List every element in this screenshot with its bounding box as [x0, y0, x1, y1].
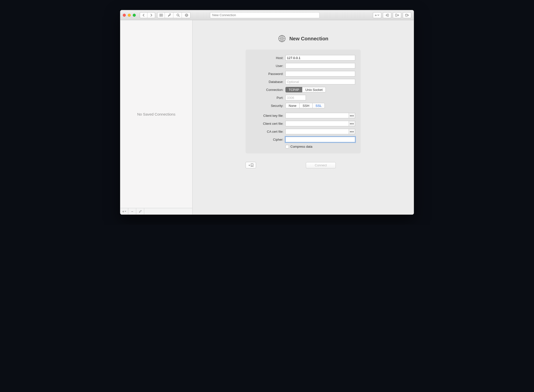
back-button[interactable]: [140, 12, 147, 18]
close-window-button[interactable]: [123, 14, 126, 17]
compress-label: Compress data: [290, 145, 312, 148]
password-input[interactable]: [285, 71, 355, 76]
form-actions: + Connect: [246, 162, 361, 168]
wrench-icon[interactable]: [166, 12, 173, 18]
export-icon: [395, 13, 399, 17]
client-cert-input[interactable]: [285, 121, 349, 126]
sidebar-edit-button[interactable]: [136, 208, 144, 214]
page-title: New Connection: [289, 36, 329, 42]
client-key-browse-button[interactable]: •••: [349, 113, 355, 118]
main-panel: New Connection Host: User: Password: Dat…: [193, 20, 414, 214]
connection-tcpip-option[interactable]: TCP/IP: [285, 87, 302, 92]
security-ssh-option[interactable]: SSH: [299, 103, 313, 108]
search-placeholder-text: New Connection: [212, 13, 236, 17]
grid-icon[interactable]: [157, 12, 165, 18]
sidebar-footer: + −: [120, 208, 192, 214]
host-input[interactable]: [285, 55, 355, 61]
user-label: User:: [251, 64, 285, 68]
add-menu-button[interactable]: +: [373, 12, 381, 18]
chevron-down-icon: [377, 14, 379, 16]
chevron-down-icon: [125, 211, 126, 212]
connection-type-segment: TCP/IP Unix Socket: [285, 87, 326, 92]
sidebar-remove-button[interactable]: −: [128, 208, 136, 214]
globe-icon[interactable]: [183, 12, 190, 18]
security-segment: None SSH SSL: [285, 103, 325, 108]
client-cert-browse-button[interactable]: •••: [349, 121, 355, 126]
title-search-field[interactable]: New Connection: [210, 12, 320, 18]
ca-cert-label: CA cert file:: [251, 130, 285, 133]
content-area: No Saved Connections + − New Con: [120, 20, 414, 214]
forward-button[interactable]: [147, 12, 155, 18]
titlebar: New Connection +: [120, 10, 414, 20]
sidebar-empty-label: No Saved Connections: [120, 20, 192, 208]
import-icon: [385, 13, 389, 17]
ca-cert-input[interactable]: [285, 129, 349, 134]
export-button[interactable]: [393, 12, 401, 18]
database-export-button[interactable]: [403, 12, 411, 18]
port-label: Port:: [251, 96, 285, 100]
svg-point-5: [405, 14, 407, 15]
import-button[interactable]: [383, 12, 391, 18]
client-key-input[interactable]: [285, 113, 349, 118]
connection-type-label: Connection:: [251, 88, 285, 92]
pencil-icon: [139, 210, 142, 213]
user-input[interactable]: [285, 63, 355, 68]
view-mode-segment: [157, 12, 191, 18]
right-toolbar: +: [373, 12, 411, 18]
minimize-window-button[interactable]: [128, 14, 131, 17]
cipher-label: Cipher:: [251, 138, 285, 141]
window-controls: [123, 14, 136, 17]
connections-sidebar: No Saved Connections + −: [120, 20, 193, 214]
app-window: New Connection + No Saved Connections: [120, 10, 414, 215]
host-label: Host:: [251, 56, 285, 60]
database-input[interactable]: [285, 79, 355, 84]
network-globe-icon: [278, 35, 286, 43]
client-key-label: Client key file:: [251, 114, 285, 118]
client-cert-label: Client cert file:: [251, 122, 285, 126]
security-none-option[interactable]: None: [285, 103, 300, 108]
ca-cert-browse-button[interactable]: •••: [349, 129, 355, 134]
compress-checkbox[interactable]: [285, 145, 289, 148]
zoom-window-button[interactable]: [133, 14, 136, 17]
save-bookmark-button[interactable]: +: [246, 162, 256, 168]
svg-point-1: [177, 14, 179, 16]
security-label: Security:: [251, 104, 285, 108]
security-ssl-option[interactable]: SSL: [312, 103, 325, 108]
history-nav: [140, 12, 155, 18]
password-label: Password:: [251, 72, 285, 76]
search-icon[interactable]: [174, 12, 182, 18]
connection-unix-option[interactable]: Unix Socket: [302, 87, 326, 92]
port-input[interactable]: [285, 95, 306, 100]
sidebar-add-button[interactable]: +: [120, 208, 128, 214]
cipher-input[interactable]: [285, 137, 355, 142]
connection-header: New Connection: [278, 35, 329, 43]
database-icon: [405, 13, 409, 17]
connect-button[interactable]: Connect: [306, 162, 336, 168]
database-label: Database:: [251, 80, 285, 84]
svg-rect-0: [159, 14, 163, 17]
bookmark-icon: [251, 163, 253, 167]
connection-form: Host: User: Password: Database: Connecti…: [246, 50, 361, 153]
